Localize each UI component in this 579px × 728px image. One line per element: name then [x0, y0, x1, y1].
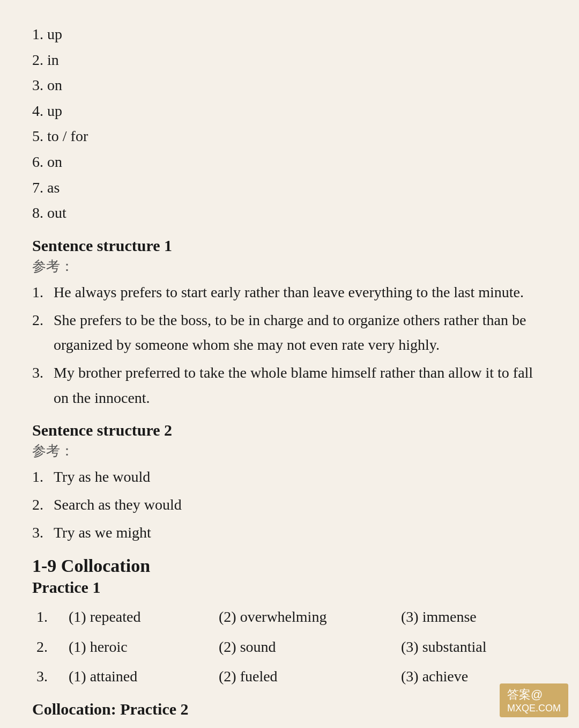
sentence-3-text: My brother preferred to take the whole b… [54, 361, 547, 410]
list-item: 8. out [32, 200, 547, 226]
list-item: 2. in [32, 47, 547, 73]
p1-r1-col1: (1) repeated [64, 602, 214, 632]
sentence-1-num: 1. [32, 280, 54, 305]
watermark: 答案@ MXQE.COM [500, 683, 568, 717]
p1-r2-col1: (1) heroic [64, 632, 214, 662]
item-6-text: on [47, 153, 62, 170]
item-6: 6. [32, 153, 43, 170]
item-2-text: in [47, 52, 59, 68]
collocation-heading: 1-9 Collocation [32, 556, 547, 576]
p1-r2-num: 2. [32, 632, 64, 662]
sentence-structure-1-list: 1. He always prefers to start early rath… [32, 280, 547, 410]
table-row: 1. (1) repeated (2) overwhelming (3) imm… [32, 602, 547, 632]
ss2-item-3: 3. Try as we might [32, 520, 547, 545]
practice2-table: 1. sudden opportunity 2. immense obstacl… [32, 724, 547, 728]
p1-r1-col3: (3) immense [397, 602, 547, 632]
ss2-text-1: Try as he would [54, 465, 547, 489]
ss2-item-1: 1. Try as he would [32, 465, 547, 489]
item-3-text: on [47, 77, 62, 93]
p1-r1-num: 1. [32, 602, 64, 632]
item-4-text: up [47, 102, 62, 119]
p1-r1-col2: (2) overwhelming [214, 602, 397, 632]
practice1-table: 1. (1) repeated (2) overwhelming (3) imm… [32, 602, 547, 692]
table-row: 3. (1) attained (2) fueled (3) achieve [32, 661, 547, 692]
practice2-heading: Collocation: Practice 2 [32, 700, 547, 718]
p1-r3-col2: (2) fueled [214, 661, 397, 692]
item-1-text: up [47, 26, 62, 42]
sentence-2-text: She prefers to be the boss, to be in cha… [54, 308, 547, 357]
item-5-text: to / for [47, 128, 88, 144]
item-2: 2. [32, 52, 43, 68]
ss2-num-1: 1. [32, 465, 54, 489]
sentence-structure-2-ref: 参考： [32, 442, 547, 460]
ss2-num-2: 2. [32, 492, 54, 517]
list-item: 1. up [32, 21, 547, 47]
item-7-text: as [47, 179, 60, 196]
p1-r2-col3: (3) substantial [397, 632, 547, 662]
ss2-num-3: 3. [32, 520, 54, 545]
sentence-3-num: 3. [32, 361, 54, 410]
sentence-structure-2-heading: Sentence structure 2 [32, 421, 547, 439]
list-item: 5. to / for [32, 123, 547, 149]
sentence-structure-1-ref: 参考： [32, 257, 547, 276]
sentence-3-item: 3. My brother preferred to take the whol… [32, 361, 547, 410]
item-7: 7. [32, 179, 43, 196]
sentence-structure-2-list: 1. Try as he would 2. Search as they wou… [32, 465, 547, 546]
item-5: 5. [32, 128, 43, 144]
p2-r1-left: 1. sudden [32, 724, 204, 728]
sentence-structure-1-heading: Sentence structure 1 [32, 237, 547, 255]
list-item: 3. on [32, 72, 547, 98]
p1-r2-col2: (2) sound [214, 632, 397, 662]
p1-r3-col1: (1) attained [64, 661, 214, 692]
watermark-line1: 答案@ [507, 688, 543, 701]
item-1: 1. [32, 26, 43, 42]
simple-numbered-list: 1. up 2. in 3. on 4. up 5. to / for 6. o… [32, 21, 547, 226]
table-row: 2. (1) heroic (2) sound (3) substantial [32, 632, 547, 662]
item-8-text: out [47, 204, 66, 221]
list-item: 7. as [32, 175, 547, 201]
list-item: 6. on [32, 149, 547, 175]
sentence-1-item: 1. He always prefers to start early rath… [32, 280, 547, 305]
practice1-heading: Practice 1 [32, 578, 547, 597]
watermark-line2: MXQE.COM [507, 703, 561, 714]
ss2-item-2: 2. Search as they would [32, 492, 547, 517]
table-row: 1. sudden opportunity [32, 724, 547, 728]
item-3: 3. [32, 77, 43, 93]
sentence-2-num: 2. [32, 308, 54, 357]
list-item: 4. up [32, 98, 547, 124]
sentence-2-item: 2. She prefers to be the boss, to be in … [32, 308, 547, 357]
item-4: 4. [32, 102, 43, 119]
ss2-text-2: Search as they would [54, 492, 547, 517]
ss2-text-3: Try as we might [54, 520, 547, 545]
sentence-1-text: He always prefers to start early rather … [54, 280, 547, 305]
item-8: 8. [32, 204, 43, 221]
p1-r3-num: 3. [32, 661, 64, 692]
p2-r1-right: opportunity [204, 724, 547, 728]
